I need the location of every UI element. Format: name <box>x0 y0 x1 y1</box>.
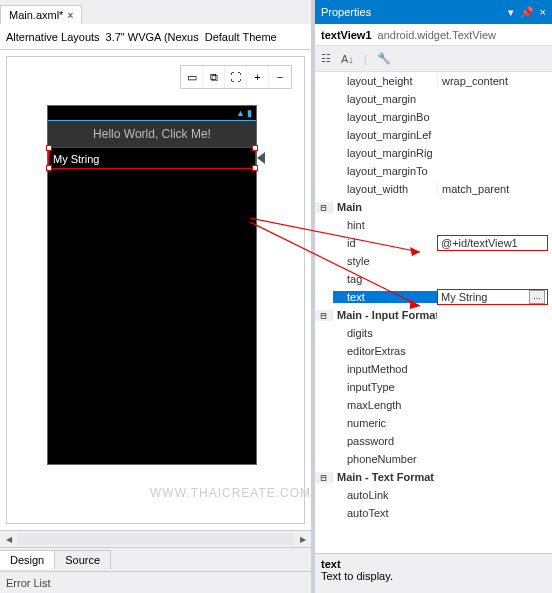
prop-layout-height[interactable]: layout_height <box>333 75 437 87</box>
scroll-left-icon[interactable]: ◀ <box>0 535 17 544</box>
file-tab-main[interactable]: Main.axml* × <box>0 5 82 24</box>
prop-autolink[interactable]: autoLink <box>333 489 437 501</box>
wifi-icon: ▲ <box>236 108 245 118</box>
selected-object-row[interactable]: textView1 android.widget.TextView <box>315 24 552 46</box>
scroll-right-icon[interactable]: ▶ <box>294 535 311 544</box>
object-type: android.widget.TextView <box>378 29 496 41</box>
prop-numeric[interactable]: numeric <box>333 417 437 429</box>
fit-icon[interactable]: ▭ <box>181 66 203 88</box>
prop-password[interactable]: password <box>333 435 437 447</box>
prop-hint[interactable]: hint <box>333 219 437 231</box>
selected-textview-text: My String <box>53 153 99 165</box>
categorized-icon[interactable]: ☷ <box>321 52 331 65</box>
prop-text[interactable]: text <box>333 291 437 303</box>
fullscreen-icon[interactable]: ⛶ <box>225 66 247 88</box>
tab-label: Main.axml* <box>9 9 63 21</box>
prop-digits[interactable]: digits <box>333 327 437 339</box>
prop-tag[interactable]: tag <box>333 273 437 285</box>
property-description: text Text to display. <box>315 553 552 593</box>
error-list-label: Error List <box>6 577 51 589</box>
android-statusbar: ▲ ▮ <box>48 106 256 120</box>
view-tabs: Design Source <box>0 547 311 571</box>
alphabetical-icon[interactable]: A↓ <box>341 53 354 65</box>
category-main[interactable]: Main <box>333 201 437 213</box>
hello-button[interactable]: Hello World, Click Me! <box>48 121 256 147</box>
zoom-toolbar: ▭ ⧉ ⛶ + − <box>180 65 292 89</box>
prop-layout-width-value[interactable]: match_parent <box>437 183 552 195</box>
horizontal-scrollbar[interactable]: ◀ ▶ <box>0 530 311 547</box>
collapse-icon[interactable]: ⊟ <box>315 472 333 483</box>
prop-inputtype[interactable]: inputType <box>333 381 437 393</box>
properties-toolbar: ☷ A↓ | 🔧 <box>315 46 552 72</box>
prop-layout-width[interactable]: layout_width <box>333 183 437 195</box>
prop-style[interactable]: style <box>333 255 437 267</box>
prop-phonenumber[interactable]: phoneNumber <box>333 453 437 465</box>
editor-tabstrip: Main.axml* × <box>0 0 311 24</box>
prop-inputmethod[interactable]: inputMethod <box>333 363 437 375</box>
object-name: textView1 <box>321 29 372 41</box>
device-frame: ▲ ▮ Hello World, Click Me! My String <box>47 105 257 465</box>
device-dropdown[interactable]: 3.7" WVGA (Nexus <box>106 31 199 43</box>
prop-id[interactable]: id <box>333 237 437 249</box>
prop-layout-marginright[interactable]: layout_marginRig <box>333 147 437 159</box>
resize-handle-tl[interactable] <box>46 145 52 151</box>
tab-source[interactable]: Source <box>55 550 111 569</box>
design-canvas: ▭ ⧉ ⛶ + − ▲ ▮ Hello World, Click Me! My … <box>6 56 305 524</box>
ellipsis-button[interactable]: ... <box>529 290 545 304</box>
prop-editorextras[interactable]: editorExtras <box>333 345 437 357</box>
prop-layout-margin[interactable]: layout_margin <box>333 93 437 105</box>
resize-handle-tr[interactable] <box>252 145 258 151</box>
selected-textview[interactable]: My String <box>48 147 256 169</box>
pin-icon[interactable]: 📌 <box>520 6 534 19</box>
properties-title: Properties <box>321 6 371 18</box>
theme-dropdown[interactable]: Default Theme <box>205 31 277 43</box>
properties-header: Properties ▾ 📌 × <box>315 0 552 24</box>
error-list-panel[interactable]: Error List <box>0 571 311 593</box>
dropdown-icon[interactable]: ▾ <box>508 6 514 19</box>
collapse-icon[interactable]: ⊟ <box>315 202 333 213</box>
prop-layout-margintop[interactable]: layout_marginTo <box>333 165 437 177</box>
alt-layouts-dropdown[interactable]: Alternative Layouts <box>6 31 100 43</box>
property-pages-icon[interactable]: 🔧 <box>377 52 391 65</box>
resize-handle-br[interactable] <box>252 165 258 171</box>
prop-layout-marginbottom[interactable]: layout_marginBo <box>333 111 437 123</box>
design-surface[interactable]: ▭ ⧉ ⛶ + − ▲ ▮ Hello World, Click Me! My … <box>0 50 311 530</box>
property-grid[interactable]: layout_heightwrap_content layout_margin … <box>315 72 552 553</box>
prop-layout-height-value[interactable]: wrap_content <box>437 75 552 87</box>
scroll-track[interactable] <box>17 533 294 545</box>
tab-design[interactable]: Design <box>0 550 55 569</box>
prop-autotext[interactable]: autoText <box>333 507 437 519</box>
resize-handle-bl[interactable] <box>46 165 52 171</box>
category-main-input[interactable]: Main - Input Format <box>333 309 437 321</box>
zoom-out-icon[interactable]: − <box>269 66 291 88</box>
prop-text-value[interactable]: My String... <box>437 289 548 305</box>
close-panel-icon[interactable]: × <box>540 6 546 19</box>
prop-layout-marginleft[interactable]: layout_marginLef <box>333 129 437 141</box>
collapse-icon[interactable]: ⊟ <box>315 310 333 321</box>
battery-icon: ▮ <box>247 108 252 118</box>
designer-toolbar: Alternative Layouts 3.7" WVGA (Nexus Def… <box>0 24 311 50</box>
prop-maxlength[interactable]: maxLength <box>333 399 437 411</box>
prop-id-value[interactable]: @+id/textView1 <box>437 235 548 251</box>
actual-size-icon[interactable]: ⧉ <box>203 66 225 88</box>
desc-name: text <box>321 558 341 570</box>
category-main-text[interactable]: Main - Text Format <box>333 471 437 483</box>
zoom-in-icon[interactable]: + <box>247 66 269 88</box>
selection-indicator-icon <box>257 152 265 164</box>
desc-text: Text to display. <box>321 570 393 582</box>
close-icon[interactable]: × <box>67 10 73 21</box>
